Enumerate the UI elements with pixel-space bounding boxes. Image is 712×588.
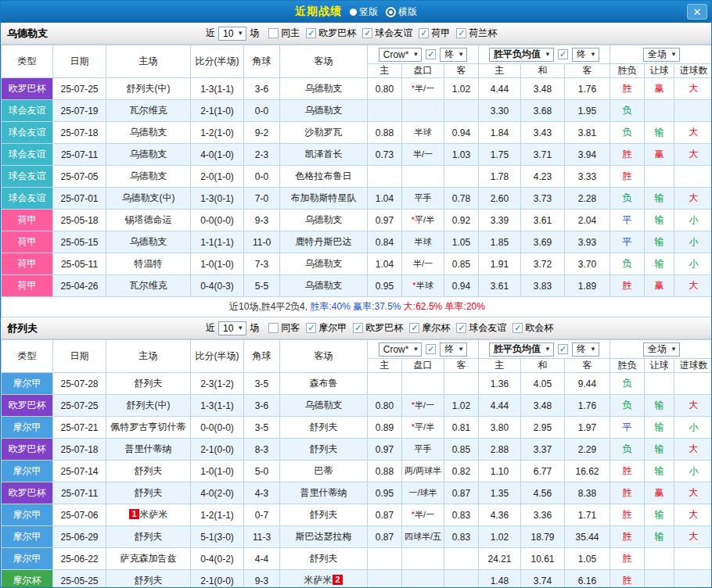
scope-select[interactable]: 全场▼	[643, 48, 680, 62]
filter-checkbox-label[interactable]: 同主	[281, 27, 300, 40]
score-cell[interactable]: 1-3(0-1)	[191, 188, 244, 210]
score-cell[interactable]: 0-0(0-0)	[191, 210, 244, 231]
avg-odds-select[interactable]: 胜平负均值▼	[489, 48, 554, 62]
score-cell[interactable]: 1-1(1-1)	[191, 231, 244, 253]
score-cell[interactable]: 2-1(0-0)	[191, 439, 244, 461]
filter-checkbox-checked[interactable]	[306, 28, 316, 38]
score-cell[interactable]: 1-3(1-1)	[191, 78, 244, 100]
home-team-cell[interactable]: 舒列夫(中)	[106, 78, 191, 100]
home-team-cell[interactable]: 舒列夫(中)	[106, 395, 191, 417]
avg-final-checkbox-checked[interactable]	[558, 344, 568, 354]
odds-company-select[interactable]: Crow*▼	[379, 48, 423, 62]
home-team-cell[interactable]: 乌德勒支	[106, 166, 191, 188]
filter-checkbox-checked[interactable]	[409, 323, 419, 333]
filter-checkbox-label[interactable]: 欧罗巴杯	[318, 27, 356, 40]
score-cell[interactable]: 4-0(1-0)	[191, 144, 244, 166]
home-team-cell[interactable]: 1米萨米	[106, 504, 191, 526]
score-cell[interactable]: 1-2(1-0)	[191, 122, 244, 144]
away-team-cell[interactable]: 乌德勒支	[280, 78, 368, 100]
filter-checkbox-unchecked[interactable]	[268, 323, 279, 333]
filter-checkbox-checked[interactable]	[306, 323, 316, 333]
away-team-cell[interactable]: 舒列夫	[280, 439, 368, 461]
away-team-cell[interactable]: 色格拉布鲁日	[280, 166, 368, 188]
score-cell[interactable]: 4-0(2-0)	[191, 482, 244, 504]
away-team-cell[interactable]: 舒列夫	[280, 548, 368, 570]
home-team-cell[interactable]: 瓦尔维克	[106, 275, 191, 297]
score-cell[interactable]: 1-0(1-0)	[191, 253, 244, 275]
away-team-cell[interactable]: 乌德勒支	[280, 210, 368, 231]
away-team-cell[interactable]: 乌德勒支	[280, 275, 368, 297]
filter-checkbox-checked[interactable]	[512, 323, 523, 333]
away-team-cell[interactable]: 普里什蒂纳	[280, 482, 368, 504]
home-team-cell[interactable]: 乌德勒支	[106, 122, 191, 144]
away-team-cell[interactable]: 布加勒斯特星队	[280, 188, 368, 210]
filter-checkbox-label[interactable]: 欧罗巴杯	[365, 321, 403, 335]
score-cell[interactable]: 1-0(1-0)	[191, 461, 244, 482]
view-mode-horizontal[interactable]: 横版	[386, 5, 417, 19]
filter-checkbox-label[interactable]: 球会友谊	[469, 321, 506, 335]
home-team-cell[interactable]: 萨克森加告兹	[106, 548, 191, 570]
avg-odds-select[interactable]: 胜平负均值▼	[489, 342, 554, 357]
home-team-cell[interactable]: 乌德勒支	[106, 231, 191, 253]
score-cell[interactable]: 5-1(3-0)	[191, 526, 244, 548]
odds-final-checkbox-checked[interactable]	[426, 344, 436, 354]
away-team-cell[interactable]: 凯泽首长	[280, 144, 368, 166]
odds-company-select[interactable]: Crow*▼	[379, 342, 423, 357]
odds-final-select[interactable]: 终▼	[440, 48, 467, 62]
filter-checkbox-label[interactable]: 荷甲	[431, 27, 450, 40]
odds-final-checkbox-checked[interactable]	[426, 49, 436, 59]
home-team-cell[interactable]: 舒列夫	[106, 482, 191, 504]
score-cell[interactable]: 0-0(0-0)	[191, 417, 244, 439]
away-team-cell[interactable]: 森布鲁	[280, 373, 368, 395]
away-team-cell[interactable]: 沙勒罗瓦	[280, 122, 368, 144]
score-cell[interactable]: 0-4(0-2)	[191, 548, 244, 570]
filter-checkbox-label[interactable]: 球会友谊	[375, 27, 412, 40]
filter-checkbox-label[interactable]: 同客	[281, 321, 300, 335]
filter-checkbox-checked[interactable]	[362, 28, 372, 38]
filter-checkbox-label[interactable]: 摩尔甲	[318, 321, 347, 335]
filter-checkbox-label[interactable]: 荷兰杯	[469, 27, 497, 40]
match-count-select[interactable]: 10▼	[218, 321, 246, 335]
home-team-cell[interactable]: 佩特罗古亨切什蒂	[106, 417, 191, 439]
score-cell[interactable]: 1-3(1-1)	[191, 395, 244, 417]
home-team-cell[interactable]: 舒列夫	[106, 461, 191, 482]
filter-checkbox-label[interactable]: 欧会杯	[525, 321, 553, 335]
home-team-cell[interactable]: 普里什蒂纳	[106, 439, 191, 461]
score-cell[interactable]: 2-3(1-2)	[191, 373, 244, 395]
avg-final-checkbox-checked[interactable]	[558, 49, 568, 59]
score-cell[interactable]: 0-4(0-3)	[191, 275, 244, 297]
home-team-cell[interactable]: 特温特	[106, 253, 191, 275]
home-team-cell[interactable]: 舒列夫	[106, 526, 191, 548]
away-team-cell[interactable]: 乌德勒支	[280, 395, 368, 417]
filter-checkbox-checked[interactable]	[419, 28, 429, 38]
score-cell[interactable]: 1-2(1-1)	[191, 504, 244, 526]
score-cell[interactable]: 2-1(0-0)	[191, 570, 244, 588]
score-cell[interactable]: 2-1(1-0)	[191, 100, 244, 122]
home-team-cell[interactable]: 锡塔德命运	[106, 210, 191, 231]
away-team-cell[interactable]: 舒列夫	[280, 504, 368, 526]
away-team-cell[interactable]: 舒列夫	[280, 417, 368, 439]
away-team-cell[interactable]: 乌德勒支	[280, 253, 368, 275]
home-team-cell[interactable]: 舒列夫	[106, 570, 191, 588]
filter-checkbox-checked[interactable]	[456, 28, 466, 38]
filter-checkbox-checked[interactable]	[456, 323, 466, 333]
odds-final-select[interactable]: 终▼	[440, 342, 467, 357]
filter-checkbox-label[interactable]: 摩尔杯	[422, 321, 450, 335]
close-button[interactable]: ✕	[687, 4, 707, 20]
away-team-cell[interactable]: 米萨米2	[280, 570, 368, 588]
filter-checkbox-checked[interactable]	[353, 323, 363, 333]
home-team-cell[interactable]: 乌德勒支	[106, 144, 191, 166]
avg-final-select[interactable]: 终▼	[572, 48, 599, 62]
view-mode-vertical[interactable]: 竖版	[350, 5, 378, 19]
score-cell[interactable]: 2-0(1-0)	[191, 166, 244, 188]
away-team-cell[interactable]: 巴蒂	[280, 461, 368, 482]
home-team-cell[interactable]: 舒列夫	[106, 373, 191, 395]
avg-final-select[interactable]: 终▼	[572, 342, 599, 357]
scope-select[interactable]: 全场▼	[643, 342, 680, 357]
home-team-cell[interactable]: 瓦尔维克	[106, 100, 191, 122]
away-team-cell[interactable]: 斯巴达瑟拉梅	[280, 526, 368, 548]
home-team-cell[interactable]: 乌德勒支(中)	[106, 188, 191, 210]
match-count-select[interactable]: 10▼	[218, 27, 246, 41]
away-team-cell[interactable]: 乌德勒支	[280, 100, 368, 122]
away-team-cell[interactable]: 鹿特丹斯巴达	[280, 231, 368, 253]
